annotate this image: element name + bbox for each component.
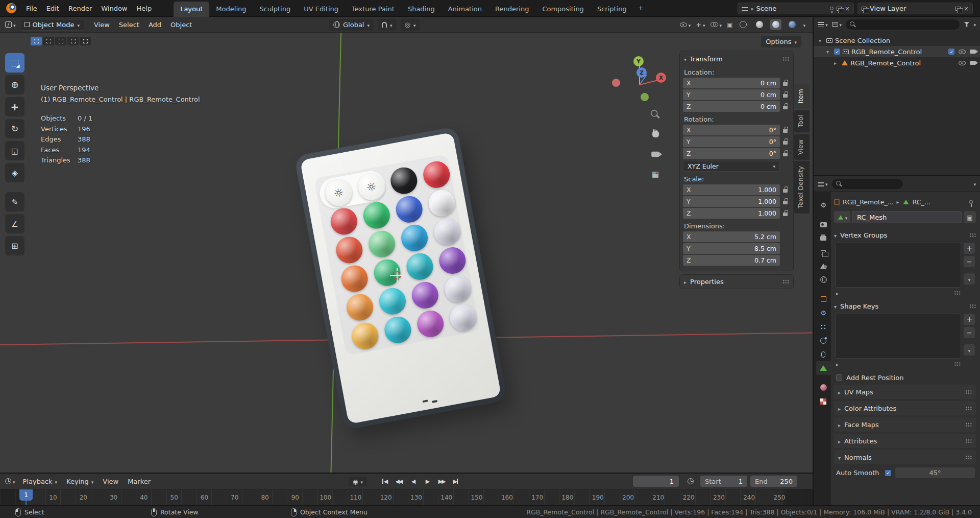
timeline-menu-marker[interactable]: Marker <box>123 476 155 487</box>
workspace-tab-texture-paint[interactable]: Texture Paint <box>345 2 401 17</box>
menu-file[interactable]: File <box>21 3 42 14</box>
select-mode-extend[interactable] <box>43 37 54 45</box>
properties-tab-texture[interactable] <box>816 394 831 408</box>
normals-panel-header[interactable]: Normals <box>834 450 976 464</box>
pin-icon[interactable] <box>830 7 834 10</box>
scale-y-field[interactable]: Y1.000 <box>683 196 780 207</box>
resize-grip-icon[interactable] <box>954 291 961 295</box>
expand-icon[interactable]: ▸ <box>834 60 839 66</box>
use-preview-range-button[interactable] <box>685 476 696 487</box>
breadcrumb-data[interactable]: RC_... <box>913 198 930 206</box>
chevron-down-icon[interactable] <box>973 21 976 28</box>
object-visibility-dropdown[interactable] <box>680 21 691 28</box>
panel-face-maps[interactable]: Face Maps <box>834 417 976 432</box>
outliner-row[interactable]: ▸RGB_Remote_Control <box>814 57 980 68</box>
rotation-y-field[interactable]: Y0° <box>683 136 780 147</box>
eye-icon[interactable] <box>959 61 966 65</box>
location-y-lock[interactable] <box>780 92 790 98</box>
menu-render[interactable]: Render <box>64 3 96 14</box>
properties-tab-tool[interactable] <box>816 198 831 212</box>
jump-to-start-button[interactable]: ◀ <box>379 476 390 486</box>
properties-subpanel[interactable]: Properties <box>680 275 793 289</box>
scale-z-lock[interactable] <box>780 210 790 216</box>
tool-measure[interactable] <box>5 214 24 233</box>
properties-tab-physics[interactable] <box>816 334 831 347</box>
scale-x-lock[interactable] <box>780 187 790 193</box>
toggle-xray-button[interactable] <box>727 21 732 28</box>
auto-keying-controls[interactable] <box>349 477 367 486</box>
shading-material-button[interactable] <box>770 19 781 30</box>
shape-keys-panel-header[interactable]: Shape Keys <box>834 299 976 313</box>
collapse-icon[interactable] <box>684 56 687 62</box>
collapse-icon[interactable]: ▾ <box>826 49 831 55</box>
tool-scale[interactable] <box>5 141 24 160</box>
blender-logo-icon[interactable] <box>6 3 16 13</box>
rotation-z-field[interactable]: Z0° <box>683 148 780 159</box>
editor-type-button[interactable] <box>818 21 828 28</box>
scene-selector[interactable]: Scene <box>738 3 854 14</box>
properties-search-input[interactable] <box>832 179 903 189</box>
viewport-menu-object[interactable]: Object <box>166 19 197 31</box>
rotation-z-lock[interactable] <box>780 151 790 156</box>
add-shape-key-button[interactable] <box>964 314 975 325</box>
chevron-down-icon[interactable] <box>973 180 976 187</box>
dimensions-z-field[interactable]: Z0.7 cm <box>683 255 780 266</box>
menu-help[interactable]: Help <box>132 3 157 14</box>
editor-type-button[interactable] <box>818 180 828 187</box>
add-rest-position-checkbox[interactable] <box>836 374 842 381</box>
end-frame-field[interactable]: End 250 <box>750 476 797 487</box>
options-button[interactable]: Options <box>761 36 801 48</box>
jump-to-end-button[interactable]: ▶ <box>450 476 461 486</box>
display-mode-dropdown[interactable] <box>832 21 842 28</box>
scale-x-field[interactable]: X1.000 <box>683 184 780 195</box>
show-overlays-toggle[interactable] <box>710 21 722 28</box>
workspace-tab-sculpting[interactable]: Sculpting <box>253 2 297 17</box>
timeline-menu-view[interactable]: View <box>98 476 123 487</box>
eye-icon[interactable] <box>959 50 966 54</box>
close-icon[interactable] <box>845 5 850 12</box>
rotation-x-field[interactable]: X0° <box>683 125 780 135</box>
new-view-layer-icon[interactable] <box>955 7 961 11</box>
filter-expand-icon[interactable] <box>836 290 839 296</box>
new-scene-icon[interactable] <box>837 7 842 11</box>
tool-annotate[interactable] <box>5 192 24 211</box>
workspace-tab-scripting[interactable]: Scripting <box>591 2 633 17</box>
tool-move[interactable] <box>5 97 24 116</box>
n-panel-tab-view[interactable]: View <box>794 134 810 160</box>
editor-type-button[interactable] <box>5 478 15 485</box>
workspace-tab-layout[interactable]: Layout <box>174 2 209 17</box>
orientation-dropdown[interactable]: Global <box>329 19 374 31</box>
location-z-field[interactable]: Z0 cm <box>683 101 780 112</box>
n-panel-tab-tool[interactable]: Tool <box>794 110 810 132</box>
current-frame-field[interactable]: 1 <box>633 476 679 487</box>
auto-smooth-checkbox[interactable] <box>885 470 891 476</box>
remove-view-layer-icon[interactable] <box>964 5 969 12</box>
properties-tab-particles[interactable] <box>816 320 831 334</box>
snapping-controls[interactable] <box>378 19 397 31</box>
toggle-ortho-button[interactable] <box>649 168 662 180</box>
play-button[interactable]: ▶ <box>422 476 433 486</box>
selectable-checkbox[interactable] <box>948 49 954 55</box>
tool-rotate[interactable] <box>5 119 24 138</box>
tool-cursor[interactable] <box>5 75 24 95</box>
auto-smooth-angle-field[interactable]: 45° <box>895 467 975 478</box>
gizmo-x-ball[interactable]: X <box>656 73 666 83</box>
start-frame-field[interactable]: Start 1 <box>700 476 747 487</box>
workspace-tab-compositing[interactable]: Compositing <box>535 2 591 17</box>
remove-shape-key-button[interactable] <box>964 327 975 338</box>
outliner-search-input[interactable] <box>846 19 960 30</box>
editor-type-button[interactable] <box>5 21 16 28</box>
next-keyframe-button[interactable]: ▶▶ <box>436 476 447 486</box>
add-workspace-button[interactable]: + <box>633 1 648 16</box>
dimensions-y-field[interactable]: Y8.5 cm <box>683 243 780 254</box>
select-mode-intersect[interactable] <box>80 37 91 45</box>
previous-keyframe-button[interactable]: ◀◀ <box>393 476 404 486</box>
menu-edit[interactable]: Edit <box>42 3 64 14</box>
location-z-lock[interactable] <box>780 104 790 109</box>
tool-transform[interactable] <box>5 163 24 182</box>
workspace-tab-animation[interactable]: Animation <box>442 2 488 17</box>
panel-grip-icon[interactable] <box>782 57 789 61</box>
playhead[interactable]: 1 <box>19 489 33 501</box>
shading-dropdown-icon[interactable] <box>803 21 805 28</box>
outliner-row[interactable]: ▾Scene Collection <box>814 35 980 46</box>
